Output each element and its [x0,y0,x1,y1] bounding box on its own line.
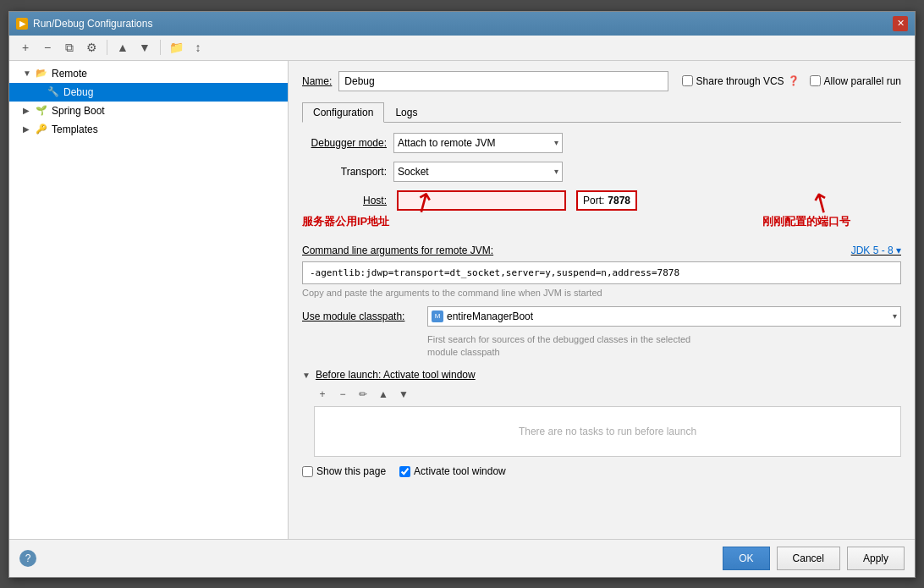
module-arrow: ▾ [893,311,897,321]
folder-button[interactable]: 📁 [167,38,185,57]
spring-icon: 🌱 [35,104,48,118]
jdk-selector[interactable]: JDK 5 - 8 ▾ [851,245,901,256]
bl-remove-button[interactable]: − [334,386,351,403]
vcs-help: ❓ [788,75,800,86]
arrow-up-button[interactable]: ▲ [113,38,132,57]
dialog-title: Run/Debug Configurations [33,18,152,30]
bl-up-button[interactable]: ▲ [375,386,392,403]
cancel-button[interactable]: Cancel [777,547,840,570]
tree-toggle-remote: ▼ [23,69,35,78]
main-content: ▼ 📂 Remote 🔧 Debug ▶ 🌱 Spring Boot ▶ 🔑 T… [9,61,915,539]
before-launch-section: ▼ Before launch: Activate tool window + … [302,369,901,457]
tree-label-spring: Spring Boot [52,105,105,117]
module-classpath-select[interactable]: M entireManagerBoot ▾ [427,306,901,327]
cmdline-section: Command line arguments for remote JVM: J… [302,245,901,298]
debugger-mode-label: Debugger mode: [302,137,387,149]
module-select-inner: M entireManagerBoot [432,310,533,322]
tree-label-remote: Remote [52,68,87,80]
no-tasks-text: There are no tasks to run before launch [519,426,696,437]
activate-window-label[interactable]: Activate tool window [399,465,506,477]
bottom-buttons: OK Cancel Apply [723,547,905,570]
tree-item-debug[interactable]: 🔧 Debug [9,83,288,102]
host-port-section: Host: Port: 7878 服务器公用IP地址 刚刚配置的端口号 ↗ ↖ [302,190,901,211]
ok-button[interactable]: OK [723,547,769,570]
toolbar: + − ⧉ ⚙ ▲ ▼ 📁 ↕ [9,36,915,61]
transport-select[interactable]: Socket ▾ [393,162,563,182]
host-label: Host: [302,195,387,206]
bl-add-button[interactable]: + [314,386,331,403]
sort-button[interactable]: ↕ [189,38,207,57]
template-icon: 🔑 [35,123,48,136]
collapse-arrow[interactable]: ▼ [302,371,311,380]
dialog-icon: ▶ [16,18,28,30]
tab-configuration[interactable]: Configuration [302,102,384,123]
bl-down-button[interactable]: ▼ [395,386,412,403]
share-vcs-label[interactable]: Share through VCS ❓ [682,75,800,87]
left-panel: ▼ 📂 Remote 🔧 Debug ▶ 🌱 Spring Boot ▶ 🔑 T… [9,61,289,539]
arrow-down-button[interactable]: ▼ [135,38,154,57]
allow-parallel-checkbox[interactable] [810,75,821,86]
separator-2 [160,40,161,55]
tree-item-remote[interactable]: ▼ 📂 Remote [9,64,288,83]
run-debug-dialog: ▶ Run/Debug Configurations ✕ + − ⧉ ⚙ ▲ ▼… [8,11,916,578]
share-vcs-checkbox[interactable] [682,75,693,86]
transport-row: Transport: Socket ▾ [302,162,901,182]
help-button[interactable]: ? [19,550,36,567]
tree-item-spring-boot[interactable]: ▶ 🌱 Spring Boot [9,102,288,120]
copy-button[interactable]: ⧉ [60,38,79,57]
before-launch-toolbar: + − ✏ ▲ ▼ [302,386,901,403]
name-row: Name: Share through VCS ❓ Allow parallel… [302,71,901,91]
module-classpath-section: Use module classpath: M entireManagerBoo… [302,306,901,327]
debugger-mode-arrow: ▾ [554,138,558,147]
module-classpath-label: Use module classpath: [302,310,421,322]
vcs-options: Share through VCS ❓ Allow parallel run [682,75,901,87]
folder-icon: 📂 [35,67,48,80]
separator-1 [107,40,107,55]
tree-toggle-spring: ▶ [23,106,35,115]
host-annotation: 服务器公用IP地址 [302,214,389,229]
remove-button[interactable]: − [38,38,57,57]
close-button[interactable]: ✕ [893,16,908,31]
port-label: Port: [583,195,604,206]
cmdline-box: -agentlib:jdwp=transport=dt_socket,serve… [302,261,901,284]
right-panel: Name: Share through VCS ❓ Allow parallel… [289,61,915,539]
debug-icon: 🔧 [47,85,60,99]
tabs: Configuration Logs [302,102,901,123]
bl-edit-button[interactable]: ✏ [355,386,371,403]
before-launch-header: ▼ Before launch: Activate tool window [302,369,901,381]
before-launch-title: Before launch: Activate tool window [316,369,476,381]
debugger-mode-select[interactable]: Attach to remote JVM ▾ [393,133,563,153]
transport-label: Transport: [302,166,387,178]
tree-item-templates[interactable]: ▶ 🔑 Templates [9,120,288,139]
transport-arrow: ▾ [554,167,558,176]
activate-window-checkbox[interactable] [399,466,410,477]
show-page-label[interactable]: Show this page [302,465,386,477]
show-page-checkbox[interactable] [302,466,313,477]
cmdline-label-row: Command line arguments for remote JVM: J… [302,245,901,256]
name-input[interactable] [338,71,668,91]
debugger-mode-row: Debugger mode: Attach to remote JVM ▾ [302,133,901,153]
port-container: Port: 7878 [576,190,637,211]
tab-logs[interactable]: Logs [384,102,428,123]
settings-button[interactable]: ⚙ [82,38,101,57]
title-bar: ▶ Run/Debug Configurations ✕ [9,12,915,36]
bottom-checks: Show this page Activate tool window [302,465,901,477]
module-icon: M [432,310,443,322]
allow-parallel-label[interactable]: Allow parallel run [810,75,901,87]
module-hint: First search for sources of the debugged… [302,333,901,360]
port-annotation: 刚刚配置的端口号 [762,214,850,229]
add-button[interactable]: + [16,38,35,57]
host-arrow: ↗ [405,182,441,221]
tree-toggle-templates: ▶ [23,124,35,134]
apply-button[interactable]: Apply [847,547,905,570]
port-value: 7878 [608,195,630,206]
name-label: Name: [302,75,332,87]
cmdline-value: -agentlib:jdwp=transport=dt_socket,serve… [310,267,679,278]
title-bar-left: ▶ Run/Debug Configurations [16,18,152,30]
tree-label-debug: Debug [63,86,93,98]
before-launch-box: There are no tasks to run before launch [314,406,901,457]
bottom-bar: ? OK Cancel Apply [9,539,915,577]
cmdline-hint: Copy and paste the arguments to the comm… [302,288,901,298]
tree-label-templates: Templates [52,124,98,135]
